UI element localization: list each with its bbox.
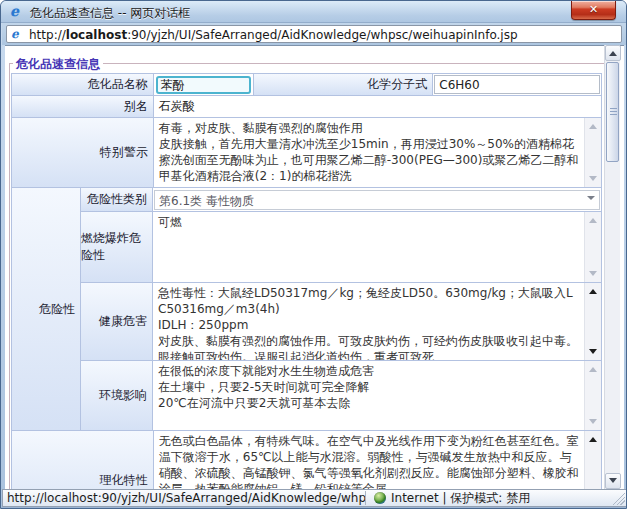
page-content: 危化品速查信息 危化品名称 苯酚 化学分子式 C6H60 别名 石炭酸 — [5, 45, 624, 489]
table-row: 危化品名称 苯酚 化学分子式 C6H60 — [12, 74, 602, 96]
scroll-down-icon[interactable] — [589, 349, 597, 354]
warning-label: 特别警示 — [12, 118, 154, 188]
phys-cell: 无色或白色晶体，有特殊气味。在空气中及光线作用下变为粉红色甚至红色。室温下微溶于… — [154, 431, 602, 489]
scroll-down-icon[interactable] — [589, 271, 597, 276]
close-button[interactable]: ✕ — [571, 1, 616, 20]
hazard-group-row: 危险性 危险性类别 第6.1类 毒性物质 燃烧爆炸危险性 可燃 — [12, 188, 602, 431]
warning-textarea[interactable]: 有毒，对皮肤、黏膜有强烈的腐蚀作用 皮肤接触，首先用大量清水冲洗至少15min，… — [154, 118, 601, 187]
table-row: 燃烧爆炸危险性 可燃 — [81, 212, 602, 283]
table-row: 健康危害 急性毒性：大鼠经LD50317mg／kg；兔经皮LD50。630mg/… — [81, 283, 602, 361]
url-path: :90/yjzh/UI/SafeArranged/AidKnowledge/wh… — [127, 28, 517, 42]
warning-cell: 有毒，对皮肤、黏膜有强烈的腐蚀作用 皮肤接触，首先用大量清水冲洗至少15min，… — [154, 118, 602, 188]
env-scrollbar[interactable] — [584, 361, 601, 430]
scroll-down-icon — [609, 478, 617, 483]
internet-zone-icon — [374, 492, 386, 504]
table-row: 别名 石炭酸 — [12, 96, 602, 118]
resize-grip[interactable] — [611, 491, 625, 505]
health-textarea[interactable]: 急性毒性：大鼠经LD50317mg／kg；兔经皮LD50。630mg/kg；大鼠… — [153, 283, 601, 360]
scrollbar-up-button[interactable] — [605, 45, 621, 61]
scroll-down-icon[interactable] — [589, 419, 597, 424]
hazard-subrows: 危险性类别 第6.1类 毒性物质 燃烧爆炸危险性 可燃 — [81, 188, 602, 431]
url-protocol: http:// — [29, 28, 66, 42]
alias-cell: 石炭酸 — [154, 96, 602, 118]
scroll-up-icon — [609, 51, 617, 56]
status-zone: Internet | 保护模式: 禁用 — [365, 491, 530, 505]
scrollbar-grip-icon — [610, 108, 617, 116]
window-title: 危化品速查信息 -- 网页对话框 — [30, 5, 190, 22]
status-bar: http://localhost:90/yjzh/UI/SafeArranged… — [2, 489, 627, 507]
name-label: 危化品名称 — [12, 74, 154, 96]
scroll-up-icon[interactable] — [589, 124, 597, 129]
address-url: http://localhost:90/yjzh/UI/SafeArranged… — [29, 28, 518, 42]
scroll-up-icon[interactable] — [589, 289, 597, 294]
hazard-group-label: 危险性 — [12, 188, 81, 431]
table-row: 危险性类别 第6.1类 毒性物质 — [81, 188, 602, 212]
page-scrollbar[interactable] — [604, 45, 620, 489]
fire-cell: 可燃 — [153, 212, 602, 283]
hazard-class-label: 危险性类别 — [81, 188, 153, 212]
env-cell: 在很低的浓度下就能对水生生物造成危害 在土壤中，只要2-5天时间就可完全降解 2… — [153, 361, 602, 431]
scroll-up-icon[interactable] — [589, 437, 597, 442]
status-url: http://localhost:90/yjzh/UI/SafeArranged… — [3, 491, 365, 505]
scrollbar-thumb[interactable] — [606, 62, 619, 162]
table-row: 理化特性 无色或白色晶体，有特殊气味。在空气中及光线作用下变为粉红色甚至红色。室… — [12, 431, 602, 489]
alias-input[interactable]: 石炭酸 — [154, 96, 601, 117]
health-label: 健康危害 — [81, 283, 153, 361]
address-bar: e http://localhost:90/yjzh/UI/SafeArrang… — [2, 23, 627, 45]
phys-label: 理化特性 — [12, 431, 154, 489]
fire-label: 燃烧爆炸危险性 — [81, 212, 153, 283]
env-label: 环境影响 — [81, 361, 153, 431]
scrollbar-down-button[interactable] — [605, 473, 621, 489]
warning-scrollbar[interactable] — [584, 118, 601, 187]
formula-label: 化学分子式 — [254, 74, 434, 96]
fire-textarea[interactable]: 可燃 — [153, 212, 601, 282]
ie-page-icon: e — [11, 27, 25, 41]
address-input[interactable]: e http://localhost:90/yjzh/UI/SafeArrang… — [6, 25, 622, 43]
hazard-class-cell: 第6.1类 毒性物质 — [153, 188, 602, 212]
chemical-info-table: 危化品名称 苯酚 化学分子式 C6H60 别名 石炭酸 特别警示 — [11, 73, 602, 489]
scroll-up-icon[interactable] — [589, 218, 597, 223]
health-scrollbar[interactable] — [584, 283, 601, 360]
fire-scrollbar[interactable] — [584, 212, 601, 282]
chemical-name-input[interactable]: 苯酚 — [156, 76, 251, 94]
status-zone-text: Internet | 保护模式: 禁用 — [391, 490, 530, 507]
env-textarea[interactable]: 在很低的浓度下就能对水生生物造成危害 在土壤中，只要2-5天时间就可完全降解 2… — [153, 361, 601, 430]
phys-scrollbar[interactable] — [584, 431, 601, 489]
scroll-up-icon[interactable] — [589, 367, 597, 372]
formula-cell: C6H60 — [433, 74, 602, 96]
table-row: 特别警示 有毒，对皮肤、黏膜有强烈的腐蚀作用 皮肤接触，首先用大量清水冲洗至少1… — [12, 118, 602, 188]
phys-textarea[interactable]: 无色或白色晶体，有特殊气味。在空气中及光线作用下变为粉红色甚至红色。室温下微溶于… — [154, 431, 601, 489]
dialog-window: e 危化品速查信息 -- 网页对话框 ✕ e http://localhost:… — [0, 0, 627, 509]
fieldset-legend: 危化品速查信息 — [13, 56, 103, 73]
name-cell: 苯酚 — [154, 74, 254, 96]
scroll-down-icon[interactable] — [589, 176, 597, 181]
ie-icon: e — [10, 4, 25, 19]
table-row: 环境影响 在很低的浓度下就能对水生生物造成危害 在土壤中，只要2-5天时间就可完… — [81, 361, 602, 431]
url-domain: localhost — [66, 28, 127, 42]
dropdown-arrow-icon[interactable] — [587, 196, 595, 200]
alias-label: 别名 — [12, 96, 154, 118]
hazard-class-select[interactable]: 第6.1类 毒性物质 — [154, 190, 600, 210]
health-cell: 急性毒性：大鼠经LD50317mg／kg；兔经皮LD50。630mg/kg；大鼠… — [153, 283, 602, 361]
formula-input[interactable]: C6H60 — [434, 75, 600, 94]
title-bar[interactable]: e 危化品速查信息 -- 网页对话框 ✕ — [1, 1, 627, 23]
